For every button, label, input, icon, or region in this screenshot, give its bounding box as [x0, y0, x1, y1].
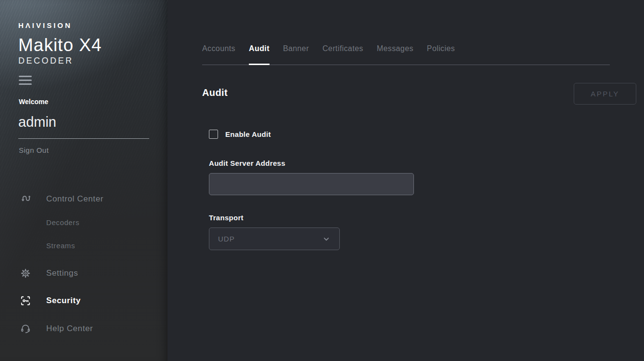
audit-server-address-input[interactable]	[209, 173, 414, 195]
tab-messages[interactable]: Messages	[377, 44, 413, 53]
username: admin	[18, 114, 167, 130]
sidebar-item-control-center[interactable]: Control Center	[0, 194, 167, 204]
sign-out-link[interactable]: Sign Out	[19, 146, 49, 154]
sidebar-item-label: Settings	[46, 268, 78, 278]
enable-audit-label[interactable]: Enable Audit	[225, 130, 271, 138]
product-name: Makito X4	[18, 36, 167, 54]
main-content: Accounts Audit Banner Certificates Messa…	[167, 0, 644, 361]
tab-audit[interactable]: Audit	[249, 44, 270, 53]
enable-audit-row: Enable Audit	[209, 130, 414, 139]
tab-bar: Accounts Audit Banner Certificates Messa…	[202, 44, 610, 65]
sidebar-item-label: Decoders	[46, 218, 79, 227]
haivision-logo: HΛIVISION	[18, 21, 167, 29]
sidebar-divider	[18, 138, 149, 139]
apply-button[interactable]: APPLY	[574, 83, 636, 105]
sidebar-item-streams[interactable]: Streams	[0, 240, 167, 251]
tab-accounts[interactable]: Accounts	[202, 44, 235, 53]
tab-banner[interactable]: Banner	[283, 44, 309, 53]
sidebar-item-label: Control Center	[46, 194, 103, 204]
sidebar-item-security[interactable]: Security	[0, 295, 167, 306]
sidebar: HΛIVISION Makito X4 DECODER Welcome admi…	[0, 0, 167, 361]
audit-form: Enable Audit Audit Server Address Transp…	[209, 130, 414, 250]
headset-icon	[20, 323, 46, 334]
sidebar-nav: Control Center Decoders Streams	[0, 194, 167, 334]
page-title: Audit	[202, 87, 228, 98]
transport-select[interactable]: UDP	[209, 227, 340, 250]
key-frame-icon	[20, 295, 46, 306]
route-icon	[20, 194, 46, 204]
welcome-label: Welcome	[19, 98, 167, 106]
brand-block: HΛIVISION Makito X4 DECODER	[0, 0, 167, 66]
chevron-down-icon	[322, 235, 331, 243]
enable-audit-checkbox[interactable]	[209, 130, 218, 139]
transport-label: Transport	[209, 214, 414, 222]
transport-selected-value: UDP	[218, 235, 235, 243]
sidebar-item-label: Help Center	[46, 324, 93, 334]
product-subtitle: DECODER	[18, 56, 167, 66]
sidebar-item-decoders[interactable]: Decoders	[0, 217, 167, 227]
sidebar-item-settings[interactable]: Settings	[0, 268, 167, 279]
gear-icon	[20, 268, 46, 279]
hamburger-menu-icon[interactable]	[19, 76, 32, 85]
sidebar-item-label: Streams	[46, 241, 75, 250]
audit-server-address-label: Audit Server Address	[209, 159, 414, 167]
tab-certificates[interactable]: Certificates	[322, 44, 363, 53]
tab-policies[interactable]: Policies	[427, 44, 455, 53]
sidebar-item-help-center[interactable]: Help Center	[0, 323, 167, 334]
sidebar-item-label: Security	[46, 296, 81, 306]
